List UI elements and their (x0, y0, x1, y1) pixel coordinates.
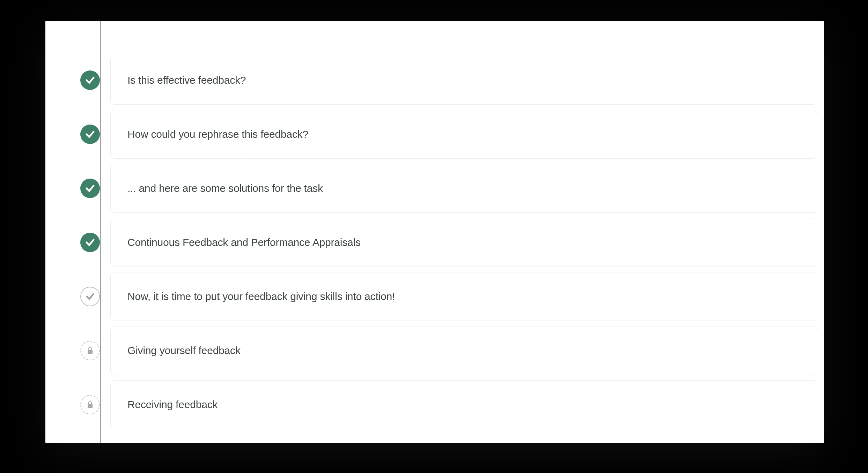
lesson-title: Continuous Feedback and Performance Appr… (127, 236, 361, 248)
lesson-row: Receiving feedback (66, 380, 817, 429)
check-icon (80, 125, 100, 144)
lesson-title: How could you rephrase this feedback? (127, 128, 308, 140)
check-icon (80, 179, 100, 198)
lesson-title: ... and here are some solutions for the … (127, 182, 323, 194)
lesson-item[interactable]: Giving yourself feedback (110, 326, 817, 375)
lock-icon (80, 341, 100, 360)
check-icon (80, 233, 100, 252)
lesson-item[interactable]: ... and here are some solutions for the … (110, 164, 817, 213)
course-progress-panel: Is this effective feedback? How could yo… (45, 21, 824, 443)
check-icon (80, 287, 100, 306)
lesson-row: Now, it is time to put your feedback giv… (66, 272, 817, 321)
lesson-item[interactable]: Is this effective feedback? (110, 56, 817, 105)
lesson-title: Receiving feedback (127, 399, 218, 411)
lesson-item[interactable]: Receiving feedback (110, 380, 817, 429)
lesson-row: Continuous Feedback and Performance Appr… (66, 218, 817, 267)
lesson-row: Is this effective feedback? (66, 56, 817, 105)
lesson-item[interactable]: How could you rephrase this feedback? (110, 110, 817, 159)
lesson-list: Is this effective feedback? How could yo… (66, 35, 817, 429)
check-icon (80, 70, 100, 90)
lesson-row: Giving yourself feedback (66, 326, 817, 375)
lesson-title: Now, it is time to put your feedback giv… (127, 291, 395, 302)
lesson-row: How could you rephrase this feedback? (66, 110, 817, 159)
lesson-title: Giving yourself feedback (127, 345, 241, 356)
lesson-item[interactable]: Continuous Feedback and Performance Appr… (110, 218, 817, 267)
lesson-row: ... and here are some solutions for the … (66, 164, 817, 213)
lesson-item[interactable]: Now, it is time to put your feedback giv… (110, 272, 817, 321)
lesson-title: Is this effective feedback? (127, 74, 246, 86)
lock-icon (80, 395, 100, 414)
